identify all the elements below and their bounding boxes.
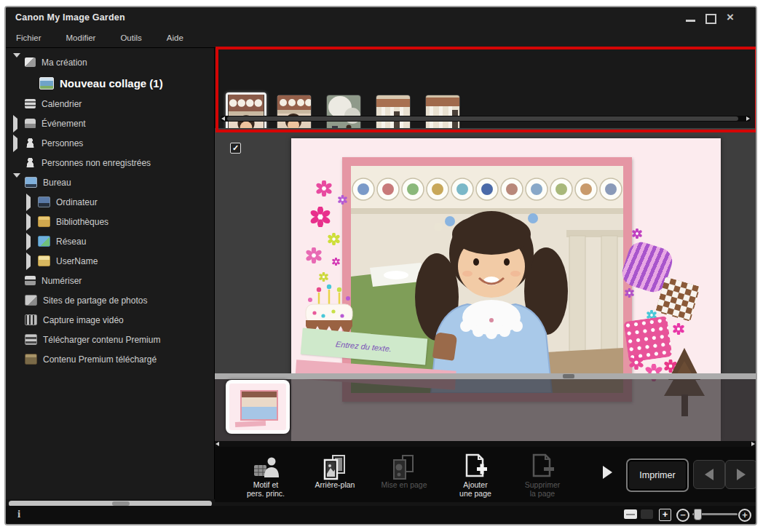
previous-page-button[interactable] <box>693 460 725 489</box>
flower-decoration <box>625 288 634 298</box>
flower-decoration <box>673 323 684 335</box>
preview-horizontal-scrollbar[interactable] <box>215 373 756 379</box>
sidebar-item-telecharger-premium[interactable]: Télécharger contenu Premium <box>6 330 214 349</box>
gingerbread-decoration <box>432 332 458 361</box>
menu-bar: Fichier Modifier Outils Aide <box>6 28 756 48</box>
computer-icon <box>38 196 50 207</box>
menu-fichier[interactable]: Fichier <box>16 33 41 42</box>
scanner-icon <box>25 276 36 285</box>
edit-toolbar: Motif et pers. princ. Arrière-plan <box>215 447 756 502</box>
expand-arrow-icon[interactable] <box>26 217 35 227</box>
sidebar-item-reseau[interactable]: Réseau <box>6 231 214 251</box>
maximize-button[interactable] <box>705 14 716 24</box>
page-thumbnail-preview <box>229 384 286 430</box>
left-arrow-icon <box>705 469 713 480</box>
sidebar: Ma création Nouveau collage (1) Calendri… <box>6 48 215 499</box>
flower-decoration <box>310 207 331 227</box>
zoom-out-button[interactable]: − <box>676 509 689 522</box>
layout-icon <box>371 451 438 480</box>
creation-icon <box>25 57 36 67</box>
ajouter-page-button[interactable]: Ajouter une page <box>442 451 509 498</box>
libraries-icon <box>38 216 50 227</box>
thumbnail-strip-scrollbar[interactable] <box>221 116 751 122</box>
scrollbar-thumb[interactable] <box>563 374 574 378</box>
flower-decoration <box>328 233 340 245</box>
text-placeholder: Entrez du texte. <box>336 340 393 354</box>
background-icon <box>301 451 368 480</box>
window-title: Canon My Image Garden <box>15 12 125 23</box>
flower-decoration <box>632 229 642 239</box>
expand-arrow-icon[interactable] <box>26 237 35 247</box>
zoom-slider-knob[interactable] <box>694 509 702 520</box>
desktop-icon <box>25 177 37 188</box>
expand-arrow-icon[interactable] <box>13 57 22 68</box>
sidebar-item-ordinateur[interactable]: Ordinateur <box>6 192 214 212</box>
menu-aide[interactable]: Aide <box>167 33 183 42</box>
menu-outils[interactable]: Outils <box>120 33 141 42</box>
app-window: Canon My Image Garden × Fichier Modifier… <box>4 6 757 525</box>
sidebar-item-bureau[interactable]: Bureau <box>6 172 214 192</box>
mini-ribbon <box>235 421 266 427</box>
pages-strip-overlay <box>215 379 756 441</box>
expand-arrow-icon[interactable] <box>13 119 22 129</box>
expand-arrow-icon[interactable] <box>13 178 22 188</box>
supprimer-page-button[interactable]: Supprimer la page <box>509 451 576 498</box>
person-icon <box>25 138 36 148</box>
flower-decoration <box>306 247 322 263</box>
zoom-slider[interactable] <box>692 513 738 515</box>
flower-decoration <box>629 355 644 370</box>
person-unregistered-icon <box>25 158 36 167</box>
expand-arrow-icon[interactable] <box>26 197 35 207</box>
pages-scrollbar[interactable] <box>215 441 756 447</box>
calendar-icon <box>25 99 36 108</box>
thumbnail-view-button[interactable] <box>624 509 637 519</box>
delete-page-icon <box>509 451 576 480</box>
photo-frame[interactable] <box>342 157 632 402</box>
close-button[interactable]: × <box>727 11 734 23</box>
minimize-button[interactable] <box>686 20 695 22</box>
title-bar[interactable]: Canon My Image Garden × <box>6 7 756 28</box>
right-arrow-icon <box>737 469 746 480</box>
video-capture-icon <box>25 314 37 325</box>
sidebar-item-username[interactable]: UserName <box>6 251 214 271</box>
scroll-right-arrow-icon[interactable] <box>751 442 755 446</box>
mini-photo <box>240 390 278 421</box>
expand-toolbar-arrow[interactable] <box>603 466 612 479</box>
page-thumbnail-1[interactable] <box>226 380 290 434</box>
sidebar-item-nouveau-collage[interactable]: Nouveau collage (1) <box>6 72 214 94</box>
scroll-right-arrow-icon[interactable] <box>746 116 750 121</box>
sidebar-item-personnes[interactable]: Personnes <box>6 133 214 153</box>
scroll-left-arrow-icon[interactable] <box>221 116 225 121</box>
sidebar-item-evenement[interactable]: Événement <box>6 114 214 133</box>
mise-en-page-button[interactable]: Mise en page <box>371 451 438 489</box>
network-icon <box>38 236 50 247</box>
motif-button[interactable]: Motif et pers. princ. <box>232 451 299 498</box>
sidebar-item-bibliotheques[interactable]: Bibliothèques <box>6 212 214 231</box>
sidebar-item-sites-partage[interactable]: Sites de partage de photos <box>6 290 214 310</box>
sidebar-item-personnes-non-enregistrees[interactable]: Personnes non enregistrées <box>6 153 214 172</box>
premium-download-icon <box>25 334 37 345</box>
flower-decoration <box>316 180 332 196</box>
scrollbar-thumb[interactable] <box>227 116 738 121</box>
user-folder-icon <box>38 255 50 266</box>
premium-content-icon <box>25 354 37 365</box>
detail-view-button[interactable] <box>641 509 653 519</box>
print-button[interactable]: Imprimer <box>626 458 689 492</box>
scroll-left-arrow-icon[interactable] <box>216 442 219 446</box>
fit-view-button[interactable]: + <box>659 509 671 521</box>
flower-decoration <box>338 195 347 205</box>
sidebar-item-capture-video[interactable]: Capture image vidéo <box>6 310 214 330</box>
info-icon[interactable]: i <box>17 508 20 520</box>
sidebar-item-calendrier[interactable]: Calendrier <box>6 94 214 114</box>
menu-modifier[interactable]: Modifier <box>66 33 96 42</box>
arriere-plan-button[interactable]: Arrière-plan <box>301 451 368 489</box>
event-icon <box>25 119 36 128</box>
sidebar-item-ma-creation[interactable]: Ma création <box>6 52 214 72</box>
expand-arrow-icon[interactable] <box>13 138 22 148</box>
next-page-button[interactable] <box>725 460 757 489</box>
checkbox-checked[interactable]: ✓ <box>230 143 241 154</box>
zoom-in-button[interactable]: + <box>738 509 751 522</box>
sidebar-item-contenu-premium[interactable]: Contenu Premium téléchargé <box>6 349 214 369</box>
expand-arrow-icon[interactable] <box>26 256 35 266</box>
sidebar-item-numeriser[interactable]: Numériser <box>6 271 214 290</box>
